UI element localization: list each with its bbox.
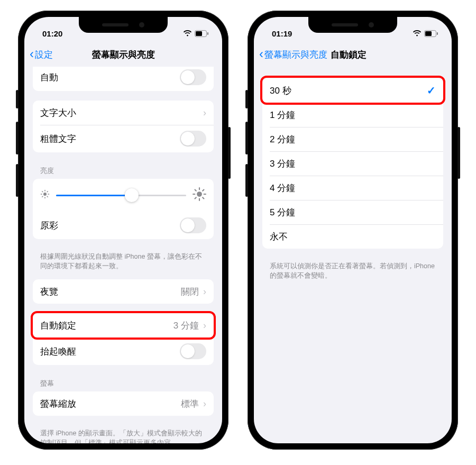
auto-lock-options-group: 30 秒✓1 分鐘2 分鐘3 分鐘4 分鐘5 分鐘永不	[262, 78, 443, 249]
svg-point-3	[43, 193, 47, 196]
raise-to-wake-cell[interactable]: 抬起喚醒	[33, 338, 214, 365]
brightness-slider[interactable]	[56, 195, 186, 196]
display-zoom-footer: 選擇 iPhone 的顯示畫面。「放大」模式會顯示較大的控制項目，但「標準」模式…	[24, 425, 222, 443]
option-label: 5 分鐘	[270, 206, 295, 218]
settings-content[interactable]: 30 秒✓1 分鐘2 分鐘3 分鐘4 分鐘5 分鐘永不 系統可以偵測你是否正在看…	[254, 67, 452, 443]
option-label: 3 分鐘	[270, 158, 295, 170]
cell-detail: 關閉	[181, 286, 199, 298]
settings-content[interactable]: 自動 文字大小 › 粗體文字 亮度	[24, 67, 222, 443]
notch	[79, 17, 168, 33]
text-group: 文字大小 › 粗體文字	[33, 101, 214, 152]
cell-label: 自動鎖定	[40, 320, 76, 332]
true-tone-footer: 根據周圍光線狀況自動調整 iPhone 螢幕，讓色彩在不同的環境下都看起來一致。	[24, 249, 222, 272]
volume-up	[245, 122, 248, 154]
svg-line-8	[42, 192, 43, 192]
status-time: 01:20	[42, 29, 62, 38]
auto-lock-option[interactable]: 2 分鐘	[262, 127, 443, 151]
chevron-left-icon: ‹	[259, 48, 263, 60]
cell-label: 文字大小	[40, 107, 76, 119]
true-tone-toggle[interactable]	[180, 217, 206, 233]
option-label: 2 分鐘	[270, 133, 295, 145]
volume-down	[16, 164, 19, 197]
option-label: 30 秒	[270, 85, 291, 97]
cell-label: 自動	[40, 71, 58, 84]
true-tone-cell[interactable]: 原彩	[33, 212, 214, 239]
nav-bar: ‹ 螢幕顯示與亮度 自動鎖定	[254, 42, 452, 67]
battery-icon	[424, 30, 438, 37]
bold-text-cell[interactable]: 粗體文字	[33, 125, 214, 152]
chevron-left-icon: ‹	[30, 48, 34, 60]
svg-line-20	[203, 190, 204, 191]
svg-rect-23	[437, 32, 438, 35]
cell-label: 螢幕縮放	[40, 398, 76, 410]
cell-label: 粗體文字	[40, 133, 76, 145]
volume-down	[245, 164, 248, 197]
mute-switch	[245, 90, 248, 108]
svg-line-19	[195, 197, 196, 198]
power-button	[457, 127, 460, 179]
bold-text-toggle[interactable]	[180, 131, 206, 147]
svg-line-17	[195, 190, 196, 191]
sun-min-icon	[40, 189, 50, 201]
brightness-header: 亮度	[24, 162, 222, 179]
auto-lock-option[interactable]: 5 分鐘	[262, 200, 443, 224]
display-zoom-group: 螢幕縮放 標準 ›	[33, 391, 214, 416]
brightness-group: 原彩	[33, 179, 214, 239]
svg-line-18	[203, 197, 204, 198]
chevron-right-icon: ›	[203, 107, 206, 118]
cell-detail: 標準	[181, 398, 199, 410]
phone-mockup-left: 01:20 ‹ 設定 螢幕顯示與亮度 自動	[18, 11, 228, 450]
auto-appearance-toggle[interactable]	[180, 69, 206, 85]
page-title: 自動鎖定	[331, 49, 367, 61]
option-label: 4 分鐘	[270, 182, 295, 194]
cell-label: 抬起喚醒	[40, 345, 76, 358]
power-button	[228, 127, 231, 179]
auto-lock-option[interactable]: 3 分鐘	[262, 151, 443, 176]
volume-up	[16, 122, 19, 154]
nav-bar: ‹ 設定 螢幕顯示與亮度	[24, 42, 222, 67]
nav-back-button[interactable]: ‹ 螢幕顯示與亮度	[259, 49, 327, 61]
svg-line-10	[42, 196, 43, 197]
auto-lock-group: 自動鎖定 3 分鐘 › 抬起喚醒	[33, 313, 214, 365]
chevron-right-icon: ›	[203, 286, 206, 297]
page-title: 螢幕顯示與亮度	[24, 49, 222, 61]
svg-line-9	[47, 196, 48, 197]
auto-lock-option[interactable]: 30 秒✓	[262, 78, 443, 103]
cell-label: 夜覽	[40, 286, 58, 298]
text-size-cell[interactable]: 文字大小 ›	[33, 101, 214, 125]
nav-back-button[interactable]: ‹ 設定	[30, 49, 53, 61]
wifi-icon	[413, 30, 422, 37]
auto-lock-option[interactable]: 永不	[262, 224, 443, 249]
auto-appearance-cell[interactable]: 自動	[33, 67, 214, 91]
night-shift-group: 夜覽 關閉 ›	[33, 279, 214, 304]
cell-detail: 3 分鐘	[173, 320, 199, 332]
option-label: 1 分鐘	[270, 109, 295, 121]
svg-line-11	[47, 192, 48, 192]
auto-lock-footer: 系統可以偵測你是否正在看著螢幕。若偵測到，iPhone的螢幕就不會變暗。	[254, 258, 452, 281]
appearance-group: 自動	[33, 67, 214, 91]
battery-icon	[195, 30, 208, 37]
status-time: 01:19	[272, 29, 292, 38]
raise-to-wake-toggle[interactable]	[180, 343, 206, 359]
svg-rect-1	[196, 31, 202, 36]
checkmark-icon: ✓	[427, 84, 436, 97]
notch	[308, 17, 397, 33]
cell-label: 原彩	[40, 220, 58, 232]
chevron-right-icon: ›	[203, 398, 206, 409]
option-label: 永不	[270, 231, 288, 243]
svg-point-12	[197, 192, 202, 197]
svg-rect-2	[207, 32, 208, 35]
display-zoom-cell[interactable]: 螢幕縮放 標準 ›	[33, 391, 214, 416]
svg-rect-22	[425, 31, 432, 36]
mute-switch	[16, 90, 19, 108]
auto-lock-cell[interactable]: 自動鎖定 3 分鐘 ›	[33, 313, 214, 338]
nav-back-label: 設定	[35, 49, 53, 61]
night-shift-cell[interactable]: 夜覽 關閉 ›	[33, 279, 214, 304]
nav-back-label: 螢幕顯示與亮度	[264, 49, 327, 61]
wifi-icon	[183, 30, 192, 37]
phone-mockup-right: 01:19 ‹ 螢幕顯示與亮度 自動鎖定 30 秒✓1 分鐘2 分鐘3 分鐘4 …	[248, 11, 458, 450]
auto-lock-option[interactable]: 1 分鐘	[262, 103, 443, 127]
sun-max-icon	[193, 187, 206, 203]
auto-lock-option[interactable]: 4 分鐘	[262, 176, 443, 200]
brightness-slider-cell[interactable]	[33, 179, 214, 212]
